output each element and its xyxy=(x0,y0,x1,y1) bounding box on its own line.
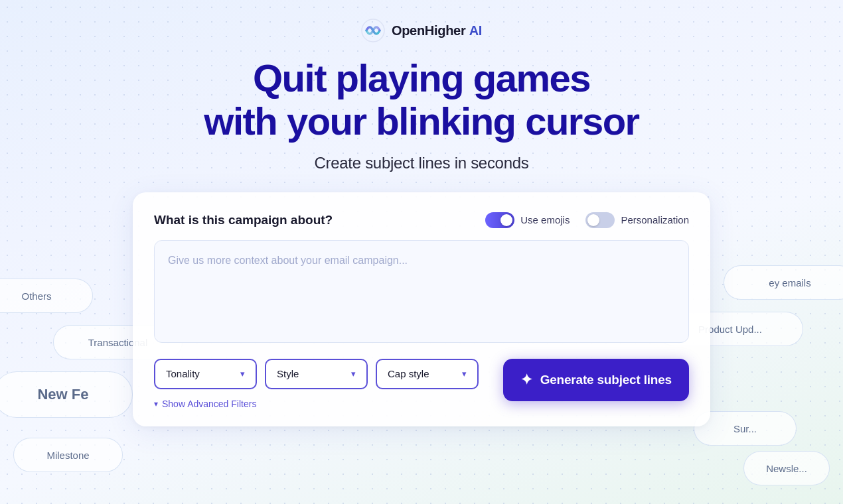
campaign-question: What is this campaign about? xyxy=(154,213,333,227)
tonality-chevron-icon: ▾ xyxy=(240,369,245,379)
logo-bar: OpenHigher AI xyxy=(361,19,482,42)
cap-style-label: Cap style xyxy=(388,368,429,379)
logo-text: OpenHigher AI xyxy=(392,23,482,38)
hero-title: Quit playing games with your blinking cu… xyxy=(204,57,639,143)
main-card: What is this campaign about? Use emojis … xyxy=(133,192,710,426)
cap-style-dropdown[interactable]: Cap style ▾ xyxy=(376,359,479,389)
personalization-toggle-label: Personalization xyxy=(621,214,689,225)
tonality-label: Tonality xyxy=(166,368,200,379)
hero-title-line2: with your blinking cursor xyxy=(204,100,639,143)
card-bottom: Tonality ▾ Style ▾ Cap style ▾ ▾ Show Ad… xyxy=(154,359,689,409)
generate-button[interactable]: ✦ Generate subject lines xyxy=(503,359,689,401)
personalization-toggle[interactable] xyxy=(585,212,615,228)
page-container: OpenHigher AI Quit playing games with yo… xyxy=(0,0,843,504)
generate-button-label: Generate subject lines xyxy=(540,373,672,387)
hero-subtitle: Create subject lines in seconds xyxy=(204,154,639,172)
generate-icon: ✦ xyxy=(520,371,532,389)
logo-icon xyxy=(361,19,385,42)
emoji-toggle-label: Use emojis xyxy=(520,214,570,225)
logo-ai: AI xyxy=(469,23,482,38)
style-label: Style xyxy=(277,368,299,379)
emoji-toggle[interactable] xyxy=(485,212,514,228)
hero-title-line1: Quit playing games xyxy=(204,57,639,100)
tonality-dropdown[interactable]: Tonality ▾ xyxy=(154,359,257,389)
emoji-toggle-group: Use emojis xyxy=(485,212,570,228)
cap-style-chevron-icon: ▾ xyxy=(462,369,467,379)
show-filters-label: Show Advanced Filters xyxy=(162,399,256,409)
style-dropdown[interactable]: Style ▾ xyxy=(265,359,368,389)
filters-chevron-icon: ▾ xyxy=(154,399,158,409)
campaign-textarea[interactable] xyxy=(154,240,689,343)
show-advanced-filters-link[interactable]: ▾ Show Advanced Filters xyxy=(154,399,479,409)
style-chevron-icon: ▾ xyxy=(351,369,356,379)
filters-row: Tonality ▾ Style ▾ Cap style ▾ ▾ Show Ad… xyxy=(154,359,479,409)
personalization-toggle-group: Personalization xyxy=(585,212,689,228)
card-header: What is this campaign about? Use emojis … xyxy=(154,212,689,228)
toggles-row: Use emojis Personalization xyxy=(485,212,689,228)
dropdowns-row: Tonality ▾ Style ▾ Cap style ▾ xyxy=(154,359,479,389)
hero-section: Quit playing games with your blinking cu… xyxy=(204,57,639,172)
